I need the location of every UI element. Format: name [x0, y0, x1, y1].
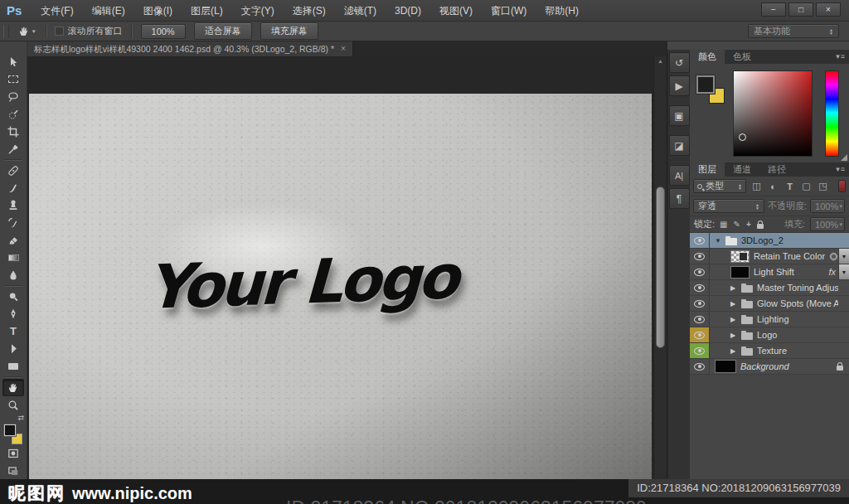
foreground-color-swatch[interactable]: [4, 424, 16, 436]
filter-smart-objects-icon[interactable]: ◳: [817, 181, 829, 191]
pen-tool[interactable]: [2, 305, 24, 322]
layer-name[interactable]: Lighting: [757, 314, 789, 324]
fx-expand-button[interactable]: ▼: [838, 264, 849, 279]
menu-window[interactable]: 窗口(W): [482, 0, 536, 22]
brush-tool[interactable]: [2, 179, 24, 196]
layer-row-light-shift[interactable]: Light Shift fx ▼: [690, 264, 849, 280]
visibility-toggle[interactable]: [690, 359, 710, 374]
tab-layers[interactable]: 图层: [690, 162, 725, 177]
panel-menu-icon[interactable]: ▾≡: [836, 52, 846, 61]
swap-colors-icon[interactable]: ⇄: [2, 414, 24, 422]
expand-arrow-icon[interactable]: ▶: [730, 284, 737, 292]
layer-name[interactable]: Retain True Color: [754, 251, 825, 261]
layer-row-background[interactable]: Background: [690, 359, 849, 375]
hue-slider[interactable]: [825, 70, 839, 157]
zoom-tool[interactable]: [2, 396, 24, 414]
quick-selection-tool[interactable]: [2, 105, 24, 123]
document-tab[interactable]: 标志样机logo样机vi样机49300 2400 1462.psd @ 40.3…: [27, 41, 353, 56]
saturation-brightness-field[interactable]: [733, 70, 813, 157]
smart-filter-expand-button[interactable]: ▼: [838, 249, 849, 264]
eyedropper-tool[interactable]: [2, 140, 24, 158]
quick-mask-button[interactable]: [2, 444, 24, 462]
layer-name[interactable]: Light Shift: [754, 267, 794, 277]
tab-swatches[interactable]: 色板: [725, 50, 759, 64]
layer-name[interactable]: 3DLogo_2: [741, 235, 784, 245]
smart-filter-icon[interactable]: [829, 252, 838, 261]
menu-help[interactable]: 帮助(H): [536, 0, 588, 22]
filter-shape-layers-icon[interactable]: ▢: [800, 181, 813, 191]
panel-resize-grip[interactable]: [841, 154, 847, 161]
visibility-toggle[interactable]: [690, 280, 710, 295]
opacity-select[interactable]: 100% ▼: [810, 199, 845, 213]
visibility-toggle[interactable]: [690, 343, 710, 358]
menu-edit[interactable]: 编辑(E): [83, 0, 134, 22]
layer-row-glow-spots[interactable]: ▶ Glow Spots (Move Aro...: [690, 296, 849, 312]
menu-file[interactable]: 文件(F): [32, 0, 82, 22]
crop-tool[interactable]: [2, 123, 24, 140]
expand-arrow-icon[interactable]: ▶: [730, 332, 737, 339]
layer-row-lighting[interactable]: ▶ Lighting: [690, 312, 849, 327]
foreground-background-colors[interactable]: [3, 424, 23, 444]
paragraph-panel-button[interactable]: ¶: [669, 188, 690, 209]
layer-name[interactable]: Master Toning Adjust...: [757, 283, 838, 293]
canvas-area[interactable]: Your Logo ▲: [27, 56, 667, 479]
expand-arrow-icon[interactable]: ▶: [730, 347, 737, 355]
gradient-tool[interactable]: [2, 249, 24, 266]
layer-thumbnail[interactable]: [715, 360, 736, 373]
layer-row-master-toning[interactable]: ▶ Master Toning Adjust...: [690, 280, 849, 296]
layer-thumbnail[interactable]: [730, 266, 750, 279]
rectangular-marquee-tool[interactable]: [2, 70, 24, 88]
visibility-toggle[interactable]: [690, 327, 710, 342]
scroll-all-windows-option[interactable]: 滚动所有窗口: [51, 25, 126, 37]
blur-tool[interactable]: [2, 266, 24, 284]
lock-position-icon[interactable]: +: [746, 220, 751, 229]
filter-toggle-switch[interactable]: [838, 180, 846, 192]
3d-panel-button[interactable]: ▣: [669, 105, 690, 126]
eraser-tool[interactable]: [2, 231, 24, 249]
tool-preset-arrow-icon[interactable]: ▾: [32, 28, 36, 35]
visibility-toggle[interactable]: [690, 249, 710, 264]
lasso-tool[interactable]: [2, 88, 24, 105]
menu-type[interactable]: 文字(Y): [232, 0, 284, 22]
blend-mode-select[interactable]: 穿透 ▲▼: [693, 199, 764, 213]
fit-screen-button[interactable]: 适合屏幕: [194, 22, 252, 40]
collapse-arrow-icon[interactable]: ▼: [715, 237, 721, 245]
path-selection-tool[interactable]: [2, 340, 24, 357]
spot-healing-brush-tool[interactable]: [2, 162, 24, 179]
menu-3d[interactable]: 3D(D): [386, 0, 430, 22]
menu-view[interactable]: 视图(V): [430, 0, 482, 22]
layer-row-logo[interactable]: ▶ Logo: [690, 327, 849, 343]
minimize-button[interactable]: −: [761, 2, 786, 17]
layer-name[interactable]: Glow Spots (Move Aro...: [757, 298, 838, 308]
type-tool[interactable]: T: [2, 322, 24, 340]
layer-name[interactable]: Logo: [757, 330, 777, 340]
history-brush-tool[interactable]: [2, 214, 24, 231]
menu-layer[interactable]: 图层(L): [182, 0, 232, 22]
visibility-toggle[interactable]: [690, 296, 710, 311]
filter-adjustment-layers-icon[interactable]: ◐: [767, 182, 779, 191]
lock-pixels-icon[interactable]: ✎: [734, 220, 740, 229]
workspace-switcher[interactable]: 基本功能 ▲▼: [748, 24, 839, 38]
fx-badge[interactable]: fx: [828, 267, 838, 277]
scroll-up-icon[interactable]: ▲: [654, 58, 667, 64]
layer-row-3dlogo2[interactable]: ▼ 3DLogo_2: [690, 233, 849, 249]
filter-pixel-layers-icon[interactable]: ◫: [750, 181, 763, 191]
close-button[interactable]: ×: [816, 2, 841, 17]
fill-select[interactable]: 100% ▼: [810, 217, 845, 231]
layer-name[interactable]: Background: [740, 361, 789, 371]
layer-row-retain-true-color[interactable]: Retain True Color ▼: [690, 249, 849, 264]
visibility-toggle[interactable]: [690, 233, 710, 248]
fill-screen-button[interactable]: 填充屏幕: [260, 22, 318, 40]
filter-kind-select[interactable]: 类型 ▲▼: [693, 179, 746, 193]
lock-all-icon[interactable]: [757, 224, 764, 229]
actions-panel-button[interactable]: ▶: [669, 75, 690, 96]
panel-menu-icon[interactable]: ▾≡: [836, 165, 846, 173]
character-panel-button[interactable]: A|: [669, 165, 690, 186]
menu-filter[interactable]: 滤镜(T): [335, 0, 386, 22]
scrollbar-thumb[interactable]: [656, 187, 665, 348]
layer-row-texture[interactable]: ▶ Texture: [690, 343, 849, 359]
layer-name[interactable]: Texture: [757, 346, 787, 356]
screen-mode-button[interactable]: [2, 462, 24, 479]
expand-arrow-icon[interactable]: ▶: [730, 316, 737, 323]
styles-panel-button[interactable]: ◪: [669, 135, 690, 156]
